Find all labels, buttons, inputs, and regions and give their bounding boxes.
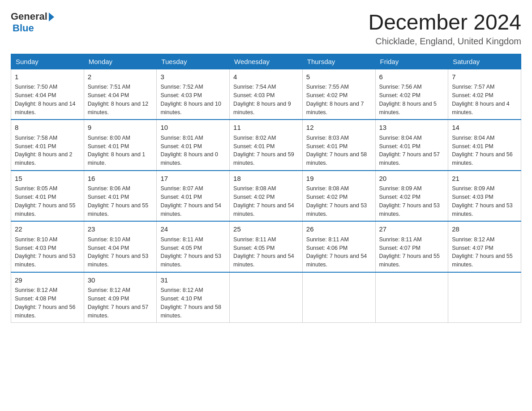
table-row: 3Sunrise: 7:52 AMSunset: 4:03 PMDaylight…: [157, 69, 230, 120]
table-row: 24Sunrise: 8:11 AMSunset: 4:05 PMDayligh…: [157, 221, 230, 272]
col-wednesday: Wednesday: [230, 54, 303, 69]
table-row: 26Sunrise: 8:11 AMSunset: 4:06 PMDayligh…: [302, 221, 375, 272]
day-number: 4: [233, 72, 299, 82]
table-row: 2Sunrise: 7:51 AMSunset: 4:04 PMDaylight…: [84, 69, 157, 120]
col-thursday: Thursday: [302, 54, 375, 69]
day-number: 25: [233, 224, 299, 235]
table-row: 16Sunrise: 8:06 AMSunset: 4:01 PMDayligh…: [84, 171, 157, 222]
col-friday: Friday: [375, 54, 448, 69]
col-tuesday: Tuesday: [157, 54, 230, 69]
page-header: General Blue December 2024 Chicklade, En…: [11, 11, 521, 47]
table-row: 30Sunrise: 8:12 AMSunset: 4:09 PMDayligh…: [84, 272, 157, 323]
table-row: [375, 272, 448, 323]
day-number: 5: [306, 72, 372, 82]
location-text: Chicklade, England, United Kingdom: [368, 36, 521, 47]
day-number: 13: [379, 123, 445, 133]
calendar-week-row: 1Sunrise: 7:50 AMSunset: 4:04 PMDaylight…: [11, 69, 521, 120]
table-row: 11Sunrise: 8:02 AMSunset: 4:01 PMDayligh…: [230, 120, 303, 171]
table-row: 1Sunrise: 7:50 AMSunset: 4:04 PMDaylight…: [11, 69, 84, 120]
calendar-week-row: 29Sunrise: 8:12 AMSunset: 4:08 PMDayligh…: [11, 272, 521, 323]
day-number: 12: [306, 123, 372, 133]
table-row: 13Sunrise: 8:04 AMSunset: 4:01 PMDayligh…: [375, 120, 448, 171]
day-number: 7: [452, 72, 517, 82]
day-number: 6: [379, 72, 445, 82]
day-number: 22: [15, 224, 80, 235]
table-row: 29Sunrise: 8:12 AMSunset: 4:08 PMDayligh…: [11, 272, 84, 323]
day-number: 29: [15, 275, 80, 286]
day-number: 10: [160, 123, 226, 133]
calendar-week-row: 22Sunrise: 8:10 AMSunset: 4:03 PMDayligh…: [11, 221, 521, 272]
table-row: 20Sunrise: 8:09 AMSunset: 4:02 PMDayligh…: [375, 171, 448, 222]
day-number: 14: [452, 123, 517, 133]
table-row: 9Sunrise: 8:00 AMSunset: 4:01 PMDaylight…: [84, 120, 157, 171]
table-row: 7Sunrise: 7:57 AMSunset: 4:02 PMDaylight…: [448, 69, 521, 120]
table-row: 10Sunrise: 8:01 AMSunset: 4:01 PMDayligh…: [157, 120, 230, 171]
logo: General Blue: [11, 11, 54, 34]
day-number: 30: [88, 275, 153, 286]
day-number: 31: [160, 275, 226, 286]
col-saturday: Saturday: [448, 54, 521, 69]
day-number: 26: [306, 224, 372, 235]
day-number: 24: [160, 224, 226, 235]
table-row: 12Sunrise: 8:03 AMSunset: 4:01 PMDayligh…: [302, 120, 375, 171]
logo-general-text: General: [11, 11, 47, 22]
col-monday: Monday: [84, 54, 157, 69]
col-sunday: Sunday: [11, 54, 84, 69]
logo-blue-text: Blue: [13, 22, 34, 34]
day-number: 21: [452, 174, 517, 184]
calendar-week-row: 8Sunrise: 7:58 AMSunset: 4:01 PMDaylight…: [11, 120, 521, 171]
table-row: 17Sunrise: 8:07 AMSunset: 4:01 PMDayligh…: [157, 171, 230, 222]
day-number: 23: [88, 224, 153, 235]
table-row: 6Sunrise: 7:56 AMSunset: 4:02 PMDaylight…: [375, 69, 448, 120]
day-number: 18: [233, 174, 299, 184]
table-row: 15Sunrise: 8:05 AMSunset: 4:01 PMDayligh…: [11, 171, 84, 222]
table-row: 25Sunrise: 8:11 AMSunset: 4:05 PMDayligh…: [230, 221, 303, 272]
table-row: [302, 272, 375, 323]
calendar-table: Sunday Monday Tuesday Wednesday Thursday…: [11, 54, 521, 323]
table-row: 21Sunrise: 8:09 AMSunset: 4:03 PMDayligh…: [448, 171, 521, 222]
calendar-header-row: Sunday Monday Tuesday Wednesday Thursday…: [11, 54, 521, 69]
table-row: 28Sunrise: 8:12 AMSunset: 4:07 PMDayligh…: [448, 221, 521, 272]
day-number: 2: [88, 72, 153, 82]
day-number: 16: [88, 174, 153, 184]
table-row: 19Sunrise: 8:08 AMSunset: 4:02 PMDayligh…: [302, 171, 375, 222]
table-row: 27Sunrise: 8:11 AMSunset: 4:07 PMDayligh…: [375, 221, 448, 272]
calendar-week-row: 15Sunrise: 8:05 AMSunset: 4:01 PMDayligh…: [11, 171, 521, 222]
table-row: [448, 272, 521, 323]
table-row: 23Sunrise: 8:10 AMSunset: 4:04 PMDayligh…: [84, 221, 157, 272]
table-row: 22Sunrise: 8:10 AMSunset: 4:03 PMDayligh…: [11, 221, 84, 272]
table-row: 14Sunrise: 8:04 AMSunset: 4:01 PMDayligh…: [448, 120, 521, 171]
month-title: December 2024: [368, 11, 521, 34]
table-row: [230, 272, 303, 323]
day-number: 28: [452, 224, 517, 235]
logo-arrow-icon: [49, 13, 54, 21]
day-number: 19: [306, 174, 372, 184]
day-number: 15: [15, 174, 80, 184]
table-row: 18Sunrise: 8:08 AMSunset: 4:02 PMDayligh…: [230, 171, 303, 222]
table-row: 5Sunrise: 7:55 AMSunset: 4:02 PMDaylight…: [302, 69, 375, 120]
day-number: 1: [15, 72, 80, 82]
day-number: 11: [233, 123, 299, 133]
day-number: 27: [379, 224, 445, 235]
day-number: 20: [379, 174, 445, 184]
table-row: 8Sunrise: 7:58 AMSunset: 4:01 PMDaylight…: [11, 120, 84, 171]
table-row: 31Sunrise: 8:12 AMSunset: 4:10 PMDayligh…: [157, 272, 230, 323]
day-number: 8: [15, 123, 80, 133]
table-row: 4Sunrise: 7:54 AMSunset: 4:03 PMDaylight…: [230, 69, 303, 120]
day-number: 9: [88, 123, 153, 133]
day-number: 3: [160, 72, 226, 82]
day-number: 17: [160, 174, 226, 184]
title-section: December 2024 Chicklade, England, United…: [368, 11, 521, 47]
